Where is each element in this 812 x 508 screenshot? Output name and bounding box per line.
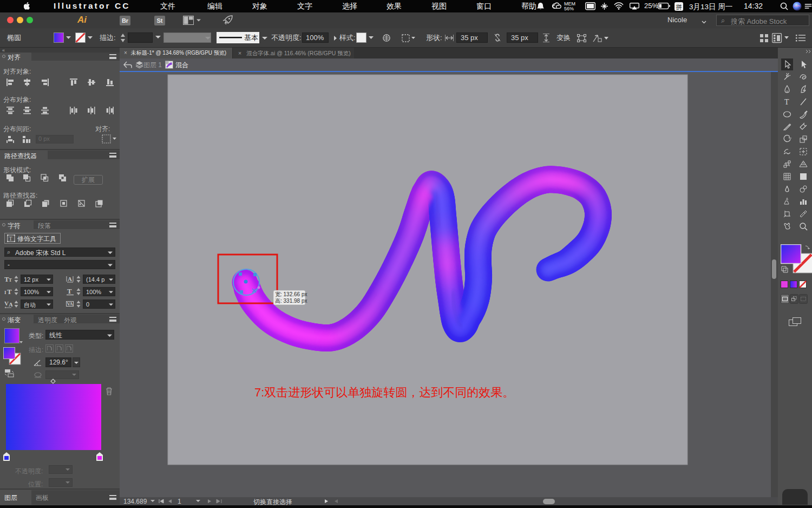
svg-text:T: T — [784, 98, 789, 106]
svg-text:V: V — [4, 300, 9, 307]
svg-text:T: T — [9, 236, 12, 242]
svg-text:T: T — [67, 288, 72, 295]
svg-text:高: 331.98 px: 高: 331.98 px — [275, 298, 307, 304]
svg-text:A: A — [9, 301, 12, 308]
svg-text:T: T — [7, 288, 12, 296]
svg-text:A: A — [68, 276, 72, 282]
svg-text:VA: VA — [67, 301, 74, 307]
svg-text:宽: 132.66 px: 宽: 132.66 px — [275, 291, 307, 297]
svg-text:7:双击进形状可以单独旋转圆，达到不同的效果。: 7:双击进形状可以单独旋转圆，达到不同的效果。 — [254, 386, 514, 399]
svg-text:I: I — [4, 290, 6, 295]
svg-text:T: T — [9, 277, 12, 283]
svg-text:拼: 拼 — [676, 4, 682, 10]
